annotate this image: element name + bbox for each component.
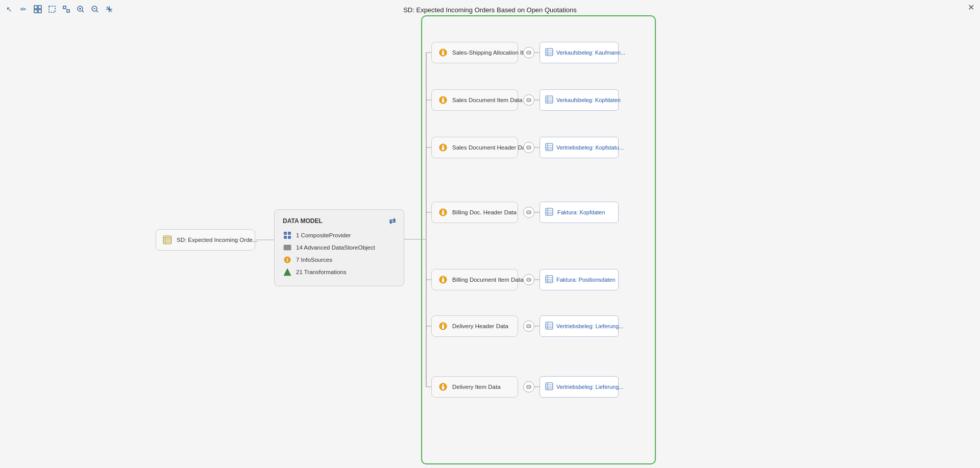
svg-rect-61: [442, 99, 444, 103]
link-circle-n1[interactable]: [523, 47, 534, 58]
fit-tool[interactable]: [60, 3, 72, 15]
svg-rect-20: [38, 6, 41, 9]
link-circle-n3[interactable]: [523, 142, 534, 153]
right-node-n2[interactable]: Verkaufsbeleg: Kopfdaten: [540, 89, 619, 111]
svg-rect-106: [442, 386, 444, 389]
svg-rect-24: [63, 6, 66, 9]
group-node-n5[interactable]: Billing Document Item Data: [431, 269, 518, 290]
right-node-n7[interactable]: Vertriebsbeleg: Lieferung...: [540, 376, 619, 398]
link-circle-n5[interactable]: [523, 274, 534, 285]
right-node-label-n4: Faktura: Kopfdaten: [557, 209, 605, 215]
dm-item-0: 1 CompositeProvider: [283, 231, 396, 240]
group-node-n4[interactable]: Billing Doc. Header Data: [431, 202, 518, 223]
main-node[interactable]: SD: Expected Incoming Orde...: [156, 229, 255, 251]
zoom-out-tool[interactable]: [89, 3, 101, 15]
node-icon-n1: [438, 47, 448, 58]
svg-rect-45: [284, 245, 291, 250]
svg-rect-43: [284, 236, 287, 239]
right-node-n3[interactable]: Vertriebsbeleg: Kopfstatu...: [540, 137, 619, 158]
dm-item-3: 21 Transformations: [283, 267, 396, 277]
right-node-n5[interactable]: Faktura: Positionsdaten: [540, 269, 619, 290]
svg-rect-21: [34, 10, 37, 13]
link-circle-n4[interactable]: [523, 207, 534, 218]
svg-rect-25: [67, 10, 69, 12]
svg-rect-23: [49, 6, 55, 12]
svg-rect-100: [546, 322, 553, 329]
dm-item-2: i7 InfoSources: [283, 255, 396, 264]
diagram-title: SD: Expected Incoming Orders Based on Op…: [403, 6, 577, 14]
group-node-n6[interactable]: Delivery Header Data: [431, 315, 518, 337]
svg-point-98: [443, 324, 444, 325]
svg-rect-64: [546, 96, 553, 103]
node-label-n5: Billing Document Item Data: [452, 277, 523, 283]
node-icon-n4: [438, 207, 448, 217]
svg-rect-22: [38, 10, 41, 13]
svg-rect-19: [34, 6, 37, 9]
right-node-icon-n2: [545, 95, 553, 105]
group-node-n3[interactable]: Sales Document Header Data: [431, 137, 518, 158]
node-icon-n6: [438, 321, 448, 331]
right-node-label-n2: Verkaufsbeleg: Kopfdaten: [556, 97, 621, 103]
svg-point-107: [443, 384, 444, 386]
svg-rect-44: [288, 236, 291, 239]
group-node-n7[interactable]: Delivery Item Data: [431, 376, 518, 398]
svg-rect-79: [442, 211, 444, 215]
data-model-title: DATA MODEL ⇄: [283, 216, 396, 226]
select-area-tool[interactable]: [46, 3, 58, 15]
svg-rect-41: [284, 232, 287, 235]
node-label-n2: Sales Document Item Data: [452, 97, 522, 103]
svg-rect-52: [442, 52, 444, 55]
main-node-icon: [162, 235, 173, 245]
svg-marker-50: [284, 268, 291, 276]
select-tool[interactable]: ↖: [3, 3, 15, 15]
right-node-icon-n6: [545, 322, 553, 331]
svg-point-71: [443, 145, 444, 146]
right-node-label-n3: Vertriebsbeleg: Kopfstatu...: [556, 144, 624, 151]
svg-point-80: [443, 210, 444, 211]
group-node-n1[interactable]: Sales-Shipping Allocation Ite...: [431, 42, 518, 63]
link-circle-n7[interactable]: [523, 381, 534, 392]
svg-rect-70: [442, 146, 444, 150]
group-node-n2[interactable]: Sales Document Item Data: [431, 89, 518, 111]
right-node-n1[interactable]: Verkaufsbeleg: Kaufmann...: [540, 42, 619, 63]
reset-tool[interactable]: [103, 3, 115, 15]
svg-line-32: [96, 11, 98, 12]
right-node-icon-n5: [545, 275, 553, 284]
right-node-label-n5: Faktura: Positionsdaten: [556, 277, 616, 283]
svg-text:i: i: [287, 257, 288, 263]
close-button[interactable]: ✕: [966, 2, 976, 12]
node-label-n1: Sales-Shipping Allocation Ite...: [452, 50, 531, 56]
zoom-in-tool[interactable]: [75, 3, 87, 15]
node-icon-n3: [438, 142, 448, 153]
node-label-n4: Billing Doc. Header Data: [452, 209, 517, 215]
node-label-n3: Sales Document Header Data: [452, 144, 530, 151]
svg-rect-109: [546, 383, 553, 390]
right-node-n4[interactable]: Faktura: Kopfdaten: [540, 202, 619, 223]
svg-rect-42: [288, 232, 291, 235]
node-icon-n5: [438, 275, 448, 285]
right-node-label-n1: Verkaufsbeleg: Kaufmann...: [556, 50, 625, 56]
right-node-label-n7: Vertriebsbeleg: Lieferung...: [556, 384, 623, 390]
svg-rect-82: [546, 208, 553, 215]
svg-rect-97: [442, 325, 444, 329]
svg-line-29: [82, 11, 84, 12]
link-circle-n2[interactable]: [523, 94, 534, 106]
svg-point-89: [443, 277, 444, 279]
toolbar: ↖ ✏: [3, 3, 115, 15]
svg-point-62: [443, 97, 444, 99]
svg-rect-88: [442, 279, 444, 282]
right-node-icon-n7: [545, 382, 553, 391]
group-tool[interactable]: [32, 3, 44, 15]
right-node-icon-n3: [545, 143, 553, 152]
svg-rect-55: [546, 48, 553, 56]
data-model-icon: ⇄: [389, 216, 396, 226]
node-icon-n2: [438, 95, 448, 105]
edit-tool[interactable]: ✏: [17, 3, 30, 15]
svg-point-53: [443, 50, 444, 52]
node-label-n7: Delivery Item Data: [452, 384, 501, 390]
svg-rect-91: [546, 276, 553, 283]
link-circle-n6[interactable]: [523, 321, 534, 332]
right-node-n6[interactable]: Vertriebsbeleg: Lieferung...: [540, 315, 619, 337]
data-model-box: DATA MODEL ⇄ 1 CompositeProvider14 Advan…: [274, 209, 404, 286]
right-node-label-n6: Vertriebsbeleg: Lieferung...: [556, 323, 623, 329]
